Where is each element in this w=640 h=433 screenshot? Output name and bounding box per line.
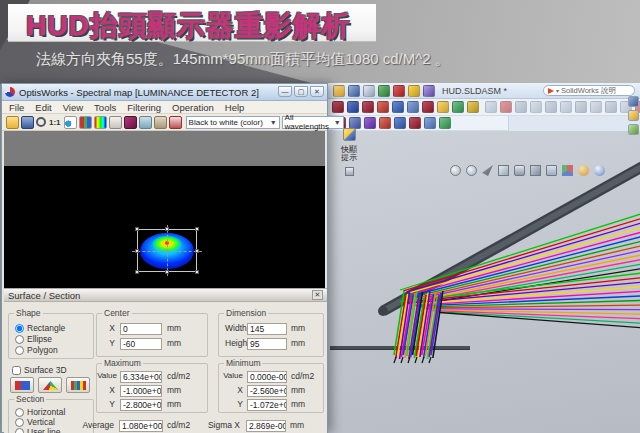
center-x-field[interactable]: 0	[120, 323, 162, 335]
checkbox-input[interactable]	[12, 366, 21, 375]
palette-combobox[interactable]: Black to white (color) ▼	[186, 116, 280, 129]
resize-handle[interactable]	[195, 270, 199, 274]
menu-tools[interactable]: Tools	[94, 102, 116, 113]
cad-viewport[interactable]: 快顯提示	[328, 131, 640, 433]
color-grid-button[interactable]	[66, 377, 90, 393]
paste-icon[interactable]	[485, 101, 497, 113]
measurement-selection-rect[interactable]	[137, 229, 197, 272]
hide-component-icon[interactable]	[590, 101, 602, 113]
minimize-button[interactable]: —	[278, 86, 292, 97]
optis-sensor-icon[interactable]	[362, 101, 374, 113]
optis-ray-icon[interactable]	[409, 117, 421, 129]
section-horizontal-radio[interactable]: Horizontal	[15, 407, 65, 417]
shape-rectangle-radio[interactable]: Rectangle	[15, 323, 65, 333]
sigma-x-field[interactable]: 2.869e-001	[246, 420, 286, 432]
undo-icon[interactable]	[378, 85, 390, 97]
panel-titlebar[interactable]: Surface / Section ✕	[4, 289, 327, 302]
optis-map2-icon[interactable]	[424, 117, 436, 129]
optis-source-icon[interactable]	[347, 101, 359, 113]
optis-material-icon[interactable]	[377, 101, 389, 113]
radio-input[interactable]	[15, 324, 24, 333]
rebuild-icon[interactable]	[408, 85, 420, 97]
optis-key-icon[interactable]	[467, 101, 479, 113]
resize-handle[interactable]	[135, 227, 139, 231]
restore-button[interactable]: ▢	[294, 86, 308, 97]
optis-lens-icon[interactable]	[437, 101, 449, 113]
maximum-y-field[interactable]: -2.800e+001	[120, 399, 162, 411]
radio-input[interactable]	[15, 408, 24, 417]
rgb-bars-icon[interactable]	[79, 116, 92, 129]
optis-simulation-icon[interactable]	[332, 101, 344, 113]
zoom-icon[interactable]	[36, 117, 46, 127]
select-icon[interactable]	[393, 85, 405, 97]
scatter-map-icon[interactable]	[64, 116, 77, 129]
open-icon[interactable]	[6, 116, 19, 129]
menu-filtering[interactable]: Filtering	[127, 102, 161, 113]
resize-handle[interactable]	[195, 249, 199, 253]
window-titlebar[interactable]: OptisWorks - Spectral map [LUMINANCE DET…	[2, 84, 327, 101]
clipboard-icon[interactable]	[109, 116, 122, 129]
panel-close-icon[interactable]: ✕	[312, 290, 323, 300]
one-to-one-button[interactable]: 1:1	[48, 118, 62, 127]
close-button[interactable]: ✕	[310, 86, 324, 97]
resize-handle[interactable]	[195, 227, 199, 231]
taskpane-resources-icon[interactable]	[628, 96, 639, 107]
save-icon[interactable]	[348, 85, 360, 97]
menu-help[interactable]: Help	[225, 102, 245, 113]
taskpane-library-icon[interactable]	[628, 110, 639, 121]
options-icon[interactable]	[423, 85, 435, 97]
surface-3d-checkbox[interactable]: Surface 3D	[12, 365, 67, 375]
optis-volume-icon[interactable]	[364, 117, 376, 129]
optis-grid-icon[interactable]	[379, 117, 391, 129]
filter-slider-icon[interactable]	[139, 116, 152, 129]
map-1d-button[interactable]	[10, 377, 34, 393]
menu-edit[interactable]: Edit	[35, 102, 51, 113]
menu-view[interactable]: View	[63, 102, 83, 113]
open-icon[interactable]	[333, 85, 345, 97]
make-assembly-icon[interactable]	[500, 101, 512, 113]
maximum-x-field[interactable]: -1.000e+001	[120, 385, 162, 397]
color-scale-icon[interactable]	[94, 116, 107, 129]
optis-check-icon[interactable]	[452, 101, 464, 113]
edit-component-icon[interactable]	[605, 101, 617, 113]
resize-handle[interactable]	[165, 270, 169, 274]
height-field[interactable]: 95	[247, 338, 287, 350]
save-icon[interactable]	[21, 116, 34, 129]
optis-map-icon[interactable]	[407, 101, 419, 113]
minimum-value-field[interactable]: 0.000e-000	[247, 371, 287, 383]
optis-results-icon[interactable]	[422, 101, 434, 113]
minimum-x-field[interactable]: -2.560e+001	[247, 385, 287, 397]
menu-operation[interactable]: Operation	[172, 102, 214, 113]
radio-input[interactable]	[15, 346, 24, 355]
menu-file[interactable]: File	[9, 102, 24, 113]
level-slider-icon[interactable]	[154, 116, 167, 129]
search-box[interactable]: ▾ SolidWorks 說明	[543, 85, 635, 96]
optis-display-icon[interactable]	[392, 101, 404, 113]
resize-handle[interactable]	[135, 270, 139, 274]
center-y-field[interactable]: -60	[120, 338, 162, 350]
chevron-down-icon[interactable]: ▾	[556, 87, 559, 94]
radio-input[interactable]	[15, 335, 24, 344]
linear-pattern-icon[interactable]	[530, 101, 542, 113]
move-component-icon[interactable]	[560, 101, 572, 113]
fasteners-icon[interactable]	[545, 101, 557, 113]
shape-polygon-radio[interactable]: Polygon	[15, 345, 58, 355]
minimum-y-field[interactable]: -1.072e+002	[247, 399, 287, 411]
optis-window-icon[interactable]	[394, 117, 406, 129]
cie-diagram-button[interactable]	[38, 377, 62, 393]
resize-handle[interactable]	[165, 227, 169, 231]
rotate-component-icon[interactable]	[575, 101, 587, 113]
optis-shield-icon[interactable]	[439, 117, 451, 129]
taskpane-palette-icon[interactable]	[628, 124, 639, 135]
mate-icon[interactable]	[515, 101, 527, 113]
resize-handle[interactable]	[135, 249, 139, 253]
measure-icon[interactable]	[124, 116, 137, 129]
luminance-map-canvas[interactable]	[4, 131, 325, 288]
dimension-group: Dimension Width 145 mm Height 95 mm	[218, 313, 324, 357]
help-icon[interactable]	[169, 116, 182, 129]
print-icon[interactable]	[363, 85, 375, 97]
maximum-value-field[interactable]: 6.334e+003	[120, 371, 162, 383]
wavelength-combobox[interactable]: All wavelengths ▼	[282, 116, 344, 129]
width-field[interactable]: 145	[247, 323, 287, 335]
shape-ellipse-radio[interactable]: Ellipse	[15, 334, 52, 344]
